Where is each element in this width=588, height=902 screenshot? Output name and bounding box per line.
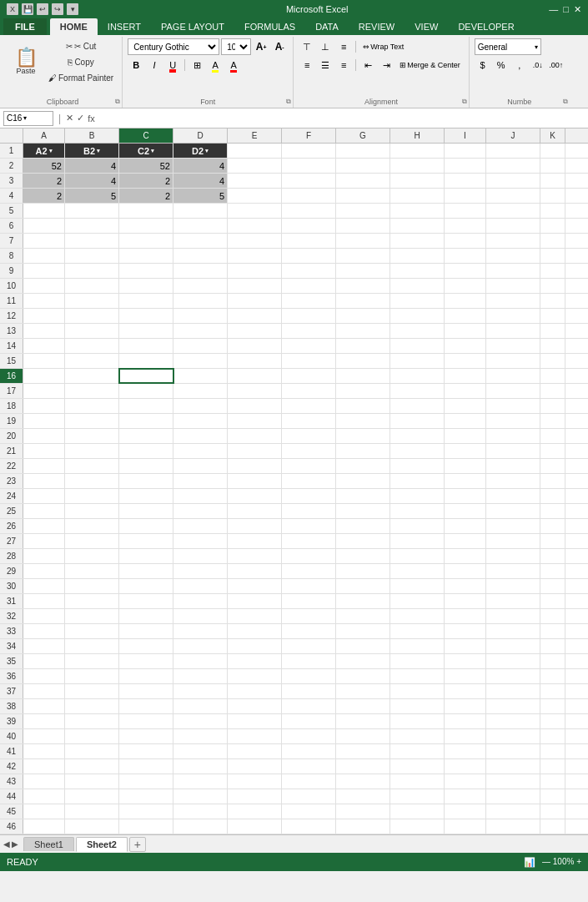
cell-b34[interactable]	[65, 639, 119, 653]
cell-a17[interactable]	[23, 384, 65, 398]
row-header-10[interactable]: 10	[0, 279, 23, 293]
cell-j7[interactable]	[486, 234, 540, 248]
cell-i32[interactable]	[445, 609, 486, 623]
cell-d26[interactable]	[173, 519, 228, 533]
cell-a9[interactable]	[23, 264, 65, 278]
cell-h27[interactable]	[390, 534, 445, 548]
cell-a46[interactable]	[23, 819, 65, 834]
cell-f19[interactable]	[282, 414, 336, 428]
cell-c4[interactable]: 2	[119, 189, 173, 203]
cell-i7[interactable]	[445, 234, 486, 248]
minimize-btn[interactable]: —	[549, 4, 558, 15]
row-header-34[interactable]: 34	[0, 639, 23, 653]
row-header-46[interactable]: 46	[0, 819, 23, 834]
cell-b33[interactable]	[65, 624, 119, 638]
cell-c32[interactable]	[119, 609, 173, 623]
cell-d43[interactable]	[173, 774, 228, 789]
cell-i31[interactable]	[445, 594, 486, 608]
cell-i20[interactable]	[445, 429, 486, 443]
cell-g41[interactable]	[336, 744, 390, 758]
decrease-decimal-button[interactable]: .0↓	[530, 57, 546, 73]
cell-e26[interactable]	[228, 519, 282, 533]
increase-font-button[interactable]: A+	[253, 38, 269, 55]
cell-g21[interactable]	[336, 444, 390, 458]
cell-k32[interactable]	[540, 609, 565, 623]
cell-e22[interactable]	[228, 459, 282, 473]
cell-g7[interactable]	[336, 234, 390, 248]
cell-a35[interactable]	[23, 654, 65, 668]
row-header-11[interactable]: 11	[0, 294, 23, 308]
redo-icon[interactable]: ↪	[52, 3, 63, 15]
align-middle-button[interactable]: ⊥	[317, 38, 334, 55]
row-header-2[interactable]: 2	[0, 159, 23, 173]
cell-j22[interactable]	[486, 459, 540, 473]
cell-i46[interactable]	[445, 819, 486, 834]
cell-i33[interactable]	[445, 624, 486, 638]
cell-j13[interactable]	[486, 324, 540, 338]
cell-g44[interactable]	[336, 789, 390, 804]
cell-e34[interactable]	[228, 639, 282, 653]
cell-j29[interactable]	[486, 564, 540, 578]
cell-h38[interactable]	[390, 699, 445, 713]
cell-d40[interactable]	[173, 729, 228, 743]
cell-c19[interactable]	[119, 414, 173, 428]
cell-g46[interactable]	[336, 819, 390, 834]
cell-g17[interactable]	[336, 384, 390, 398]
cell-j37[interactable]	[486, 684, 540, 698]
cell-d22[interactable]	[173, 459, 228, 473]
cell-c41[interactable]	[119, 744, 173, 758]
cell-i36[interactable]	[445, 669, 486, 683]
cell-f37[interactable]	[282, 684, 336, 698]
cell-h17[interactable]	[390, 384, 445, 398]
cell-c17[interactable]	[119, 384, 173, 398]
cell-c26[interactable]	[119, 519, 173, 533]
cell-g3[interactable]	[336, 174, 390, 188]
cell-e43[interactable]	[228, 774, 282, 789]
cell-f45[interactable]	[282, 804, 336, 819]
cell-i10[interactable]	[445, 279, 486, 293]
row-header-38[interactable]: 38	[0, 699, 23, 713]
cell-g23[interactable]	[336, 474, 390, 488]
cell-k38[interactable]	[540, 699, 565, 713]
cell-f23[interactable]	[282, 474, 336, 488]
cell-d35[interactable]	[173, 654, 228, 668]
cell-j43[interactable]	[486, 774, 540, 789]
cell-h5[interactable]	[390, 204, 445, 218]
underline-button[interactable]: U	[164, 57, 181, 73]
cell-h1[interactable]	[390, 144, 445, 158]
cell-f6[interactable]	[282, 219, 336, 233]
cell-j21[interactable]	[486, 444, 540, 458]
cell-d46[interactable]	[173, 819, 228, 834]
cell-b7[interactable]	[65, 234, 119, 248]
cell-i29[interactable]	[445, 564, 486, 578]
cell-b13[interactable]	[65, 324, 119, 338]
cell-d28[interactable]	[173, 549, 228, 563]
cell-b31[interactable]	[65, 594, 119, 608]
cell-c45[interactable]	[119, 804, 173, 819]
cell-f13[interactable]	[282, 324, 336, 338]
cell-c5[interactable]	[119, 204, 173, 218]
cell-h31[interactable]	[390, 594, 445, 608]
cell-e17[interactable]	[228, 384, 282, 398]
cell-e30[interactable]	[228, 579, 282, 593]
cell-h29[interactable]	[390, 564, 445, 578]
cell-c43[interactable]	[119, 774, 173, 789]
cell-g19[interactable]	[336, 414, 390, 428]
font-color-button[interactable]: A	[225, 57, 242, 73]
font-expand-icon[interactable]: ⧉	[286, 98, 291, 106]
cell-k30[interactable]	[540, 579, 565, 593]
cell-f20[interactable]	[282, 429, 336, 443]
cell-k10[interactable]	[540, 279, 565, 293]
row-header-24[interactable]: 24	[0, 489, 23, 503]
cell-e16[interactable]	[228, 369, 282, 383]
tab-formulas[interactable]: FORMULAS	[234, 18, 305, 35]
tab-insert[interactable]: INSERT	[98, 18, 151, 35]
comma-button[interactable]: ,	[511, 57, 528, 73]
cell-a42[interactable]	[23, 759, 65, 774]
align-bottom-button[interactable]: ≡	[335, 38, 352, 55]
cell-e12[interactable]	[228, 309, 282, 323]
cell-b8[interactable]	[65, 249, 119, 263]
cell-g38[interactable]	[336, 699, 390, 713]
cell-h12[interactable]	[390, 309, 445, 323]
col-header-a[interactable]: A	[23, 128, 65, 143]
